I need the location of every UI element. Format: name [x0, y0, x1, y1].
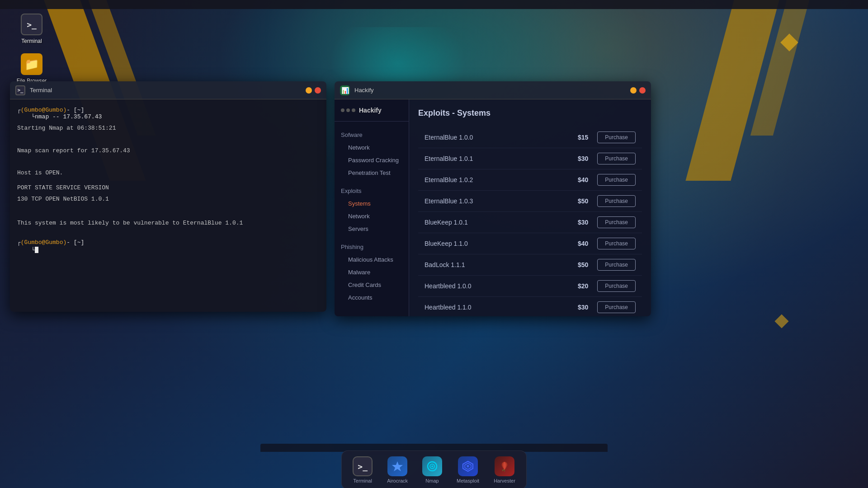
hackify-nav-password-cracking[interactable]: Password Cracking: [337, 154, 406, 166]
terminal-output-3: Host is OPEN.: [17, 159, 319, 178]
taskbar-harvester-icon: [495, 456, 514, 476]
exploit-name-4: BlueKeep 1.0.1: [425, 219, 561, 226]
exploit-price-7: $20: [561, 282, 588, 290]
hackify-main-content: Exploits - Systems EternalBlue 1.0.0$15P…: [409, 99, 651, 316]
files-desktop-icon: 📁: [21, 53, 42, 75]
taskbar-nmap-label: Nmap: [425, 478, 439, 483]
prompt2-dash1: ┌: [17, 239, 21, 246]
taskbar-terminal-icon: >_: [353, 456, 373, 476]
hackify-app-name-label: Hackify: [359, 107, 382, 114]
terminal-icon-symbol: >_: [27, 20, 37, 29]
terminal-window-controls: [306, 87, 321, 94]
exploit-name-5: BlueKeep 1.1.0: [425, 240, 561, 247]
hackify-nav-accounts[interactable]: Accounts: [337, 291, 406, 304]
terminal-vuln-text: This system is most likely to be vulnera…: [17, 210, 319, 229]
hackify-minimize-button[interactable]: [630, 87, 637, 94]
host-open-text: Host is OPEN.: [17, 169, 63, 176]
purchase-button-2[interactable]: Purchase: [597, 174, 636, 186]
exploit-price-1: $30: [561, 155, 588, 162]
hackify-nav-network-sofware[interactable]: Network: [337, 141, 406, 154]
purchase-button-8[interactable]: Purchase: [597, 301, 636, 313]
taskbar-item-airocrack[interactable]: Airocrack: [383, 455, 411, 485]
terminal-close-button[interactable]: [315, 87, 321, 94]
purchase-button-4[interactable]: Purchase: [597, 216, 636, 228]
exploit-price-5: $40: [561, 240, 588, 247]
terminal-window-icon: >_: [15, 85, 25, 95]
hackify-titlebar: 📊 Hackify: [335, 81, 651, 99]
svg-marker-0: [392, 461, 403, 471]
hackify-icon-symbol: 📊: [341, 87, 349, 94]
purchase-button-6[interactable]: Purchase: [597, 259, 636, 271]
vulnerable-text: This system is most likely to be vulnera…: [17, 220, 243, 226]
hackify-nav-systems[interactable]: Systems: [337, 197, 406, 210]
hackify-dot-3: [352, 108, 355, 112]
purchase-button-3[interactable]: Purchase: [597, 195, 636, 207]
hackify-section-header-exploits: Exploits: [335, 185, 409, 197]
terminal-titlebar: >_ Terminal: [10, 81, 326, 99]
exploit-row-4: BlueKeep 1.0.1$30Purchase: [418, 212, 642, 233]
purchase-button-5[interactable]: Purchase: [597, 238, 636, 249]
taskbar-item-nmap[interactable]: Nmap: [419, 455, 446, 485]
taskbar-nmap-icon: [422, 456, 442, 476]
hackify-nav-credit-cards[interactable]: Credit Cards: [337, 279, 406, 291]
exploit-name-8: Heartbleed 1.1.0: [425, 304, 561, 311]
exploit-name-0: EternalBlue 1.0.0: [425, 134, 561, 141]
exploit-row-8: Heartbleed 1.1.0$30Purchase: [418, 297, 642, 316]
hackify-window: 📊 Hackify Hackify Sofware Network Pass: [335, 81, 651, 316]
port-header-row: PORT STATE SERVICE VERSION: [17, 183, 319, 193]
purchase-button-7[interactable]: Purchase: [597, 280, 636, 292]
exploit-price-0: $15: [561, 134, 588, 141]
purchase-button-0[interactable]: Purchase: [597, 131, 636, 143]
terminal-body[interactable]: ┌ (Gumbo@Gumbo) - [~] └ nmap -- 17.35.67…: [10, 99, 326, 312]
prompt1-header: ┌ (Gumbo@Gumbo) - [~]: [17, 107, 319, 113]
hackify-page-title: Exploits - Systems: [418, 108, 642, 118]
prompt1-cmd-line: └ nmap -- 17.35.67.43: [17, 113, 319, 120]
terminal-port-table: PORT STATE SERVICE VERSION 130 TCP OPEN …: [17, 183, 319, 204]
taskbar-item-harvester[interactable]: Harvester: [490, 455, 519, 485]
hackify-window-controls: [630, 87, 646, 94]
taskbar-item-terminal[interactable]: >_ Terminal: [349, 455, 376, 485]
exploit-name-2: EternalBlue 1.0.2: [425, 176, 561, 183]
terminal-output-1: Starting Nmap at 06:38:51:21: [17, 124, 319, 133]
exploit-price-3: $50: [561, 197, 588, 205]
taskbar-harvester-label: Harvester: [494, 478, 515, 483]
hackify-nav-malicious-attacks[interactable]: Malicious Attacks: [337, 253, 406, 266]
airocrack-svg-icon: [391, 460, 404, 473]
exploit-row-5: BlueKeep 1.1.0$40Purchase: [418, 233, 642, 254]
port-data-row: 130 TCP OPEN NetBIOS 1.0.1: [17, 195, 319, 204]
prompt2-location: - [~]: [66, 239, 84, 246]
taskbar-terminal-symbol: >_: [358, 462, 368, 471]
hackify-sidebar: Hackify Sofware Network Password Crackin…: [335, 99, 409, 316]
taskbar-airocrack-icon: [387, 456, 407, 476]
hackify-close-button[interactable]: [639, 87, 646, 94]
desktop-icon-files[interactable]: 📁 File Browser: [14, 53, 50, 84]
exploit-list: EternalBlue 1.0.0$15PurchaseEternalBlue …: [418, 127, 642, 316]
hackify-nav-network-exploits[interactable]: Network: [337, 210, 406, 222]
hackify-window-icon: 📊: [340, 85, 350, 95]
purchase-button-1[interactable]: Purchase: [597, 153, 636, 164]
terminal-output-2: Nmap scan report for 17.35.67.43: [17, 137, 319, 156]
desktop-icon-terminal[interactable]: >_ Terminal: [14, 14, 50, 44]
svg-point-3: [431, 465, 433, 467]
terminal-window: >_ Terminal ┌ (Gumbo@Gumbo) - [~] └ nmap…: [10, 81, 326, 312]
exploit-name-6: BadLock 1.1.1: [425, 261, 561, 268]
prompt2-header: ┌ (Gumbo@Gumbo) - [~]: [17, 239, 319, 246]
hackify-nav-penetration-test[interactable]: Penetration Test: [337, 167, 406, 179]
prompt2-tree: └: [17, 247, 35, 253]
exploit-row-0: EternalBlue 1.0.0$15Purchase: [418, 127, 642, 148]
terminal-minimize-button[interactable]: [306, 87, 312, 94]
exploit-row-6: BadLock 1.1.1$50Purchase: [418, 254, 642, 276]
taskbar-metasploit-icon: [458, 456, 478, 476]
metasploit-svg-icon: [462, 460, 474, 473]
nmap-report-text: Nmap scan report for 17.35.67.43: [17, 147, 130, 154]
hackify-section-exploits: Exploits Systems Network Servers: [335, 183, 409, 237]
taskbar-dock: >_ Terminal Airocrack Nmap: [341, 450, 527, 488]
taskbar-item-metasploit[interactable]: Metasploit: [453, 455, 483, 485]
hackify-nav-malware[interactable]: Malware: [337, 266, 406, 278]
taskbar-terminal-label: Terminal: [353, 478, 372, 483]
nmap-start-text: Starting Nmap at 06:38:51:21: [17, 125, 116, 131]
harvester-svg-icon: [498, 460, 511, 473]
hackify-nav-servers[interactable]: Servers: [337, 223, 406, 235]
terminal-window-icon-symbol: >_: [17, 87, 23, 93]
terminal-cursor: [35, 247, 38, 253]
